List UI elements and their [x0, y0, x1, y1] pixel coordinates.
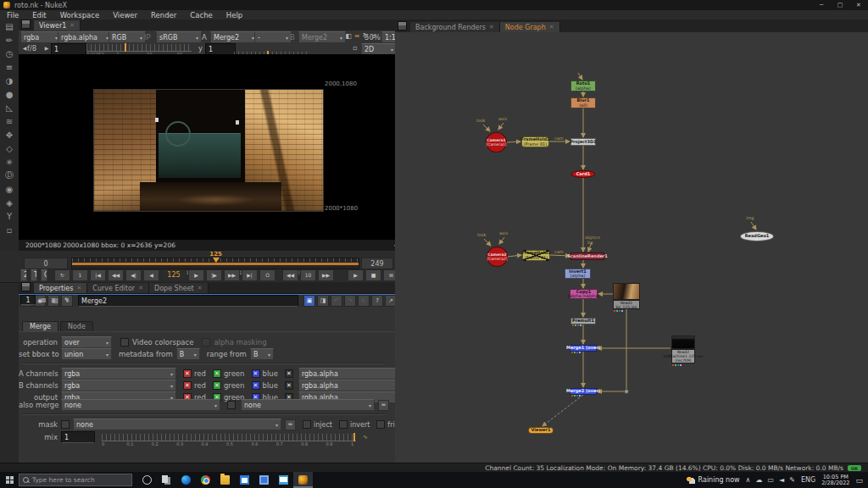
node-viewer1[interactable]: Viewer1: [528, 427, 554, 434]
alpha-checkbox[interactable]: ✕: [285, 381, 293, 390]
loop-button[interactable]: ↻: [54, 269, 70, 281]
taskbar-app-explorer[interactable]: [215, 472, 235, 488]
red-checkbox[interactable]: ✕: [183, 381, 192, 390]
taskbar-weather[interactable]: Raining now: [687, 476, 740, 484]
minimize-button[interactable]: ─: [812, 0, 831, 10]
playhead[interactable]: [213, 258, 220, 263]
operation-dropdown[interactable]: over: [61, 336, 112, 348]
close-tab-icon[interactable]: ✕: [70, 22, 75, 29]
gain-next-icon[interactable]: ▶: [42, 45, 51, 51]
transport-back-button[interactable]: ◀|: [125, 269, 142, 281]
draw-icon[interactable]: ✏: [0, 33, 19, 47]
taskbar-search-input[interactable]: Type here to search: [19, 474, 132, 486]
metadata-from-dropdown[interactable]: B: [176, 348, 200, 360]
notification-center-icon[interactable]: ▭: [855, 476, 863, 485]
close-tab-icon[interactable]: ✕: [549, 24, 554, 30]
channels-dropdown[interactable]: rgba: [61, 368, 176, 380]
close-button[interactable]: ✕: [849, 0, 868, 10]
pane-menu-icon[interactable]: [21, 19, 31, 29]
mask-dropdown[interactable]: none: [73, 419, 281, 430]
node-camera1[interactable]: Camera1[Camera1]: [486, 132, 507, 152]
video-colorspace-checkbox[interactable]: [120, 338, 129, 347]
keyer-icon[interactable]: ◺: [0, 101, 19, 114]
transport-fwd-button[interactable]: ▶: [188, 269, 204, 281]
node-scanlinerender1[interactable]: ScanlineRender1: [570, 252, 604, 260]
tray-icon[interactable]: ▭: [767, 476, 774, 484]
start-button[interactable]: [0, 472, 19, 488]
timeline-option-button[interactable]: ■: [365, 269, 381, 281]
close-tab-icon[interactable]: ✕: [76, 285, 81, 291]
menu-cache[interactable]: Cache: [183, 11, 219, 19]
transport-back-button[interactable]: |◀: [90, 269, 106, 281]
menu-workspace[interactable]: Workspace: [53, 11, 106, 19]
transport-fwd-button[interactable]: O: [259, 269, 275, 281]
fringe-checkbox[interactable]: [376, 420, 385, 429]
channel-icon[interactable]: ≡: [0, 60, 19, 74]
also-merge-dropdown[interactable]: none: [61, 399, 220, 411]
node-blur1[interactable]: Blur1(all): [570, 97, 596, 108]
equals-button[interactable]: =: [378, 400, 389, 411]
range-from-dropdown[interactable]: B: [250, 348, 274, 360]
time-icon[interactable]: ◷: [0, 47, 19, 60]
metadata-icon[interactable]: ◈: [0, 196, 19, 209]
stack-option-icon[interactable]: ▤: [51, 297, 59, 304]
color-icon[interactable]: ◑: [0, 74, 19, 87]
tab-viewer1[interactable]: Viewer1✕: [34, 20, 81, 30]
close-tab-icon[interactable]: ✕: [489, 24, 494, 30]
close-tab-icon[interactable]: ✕: [198, 285, 203, 291]
gain-slider[interactable]: 0.0195311064: [86, 44, 192, 52]
node-premult1[interactable]: Premult1: [570, 318, 596, 324]
transport-fwd-button[interactable]: ▶▶: [224, 269, 240, 281]
tray-icon[interactable]: ∧: [746, 476, 751, 484]
channels-dropdown[interactable]: rgba: [61, 380, 176, 391]
other-icon[interactable]: ▫: [0, 223, 19, 236]
range-start-field[interactable]: 0: [24, 258, 68, 269]
taskbar-app-chrome[interactable]: [196, 472, 215, 488]
also-merge-channel-dropdown[interactable]: none: [241, 399, 375, 411]
range-end-field[interactable]: 249: [361, 258, 393, 269]
b-input-dropdown[interactable]: Merge2: [298, 31, 346, 43]
views-icon[interactable]: ◉: [0, 182, 19, 196]
pane-menu-icon[interactable]: [21, 282, 31, 291]
lut-dropdown[interactable]: sRGB: [156, 31, 202, 43]
frame-increment-field[interactable]: 1: [72, 269, 88, 281]
deep-icon[interactable]: Ⓓ: [0, 169, 19, 182]
menu-viewer[interactable]: Viewer: [106, 11, 144, 19]
node-framehold3[interactable]: FrameHold3(Frame 81): [522, 250, 550, 261]
menu-render[interactable]: Render: [144, 11, 183, 19]
selection-mode-icon[interactable]: ▫: [351, 44, 359, 52]
frame-ruler[interactable]: 125 050100150200249: [71, 258, 359, 269]
center-node-button[interactable]: ▣: [303, 295, 315, 307]
skip-fwd-button[interactable]: ▶▶: [318, 269, 334, 281]
particles-icon[interactable]: ✳: [0, 155, 19, 169]
node-camera2[interactable]: Camera2[Camera2]: [487, 247, 508, 267]
node-framehold2[interactable]: FrameHold2(Frame 81): [521, 136, 549, 147]
transform-icon[interactable]: ✥: [0, 128, 19, 141]
set-bbox-dropdown[interactable]: union: [61, 348, 112, 360]
node-name-field[interactable]: Merge2: [78, 295, 298, 307]
node-tab-merge[interactable]: Merge: [22, 321, 58, 331]
alpha-channel-dropdown[interactable]: rgba.alpha: [298, 368, 405, 380]
language-indicator[interactable]: ENG: [801, 476, 815, 484]
revert-button[interactable]: ↶: [331, 295, 342, 307]
3d-icon[interactable]: ◇: [0, 141, 19, 155]
transport-back-button[interactable]: ◀: [143, 269, 159, 281]
skip-amount-field[interactable]: 10: [300, 269, 316, 281]
menu-edit[interactable]: Edit: [25, 11, 53, 19]
node-merge2[interactable]: Merge2 (over): [570, 388, 597, 395]
display-channels-dropdown[interactable]: RGB: [108, 31, 146, 43]
node-graph-canvas[interactable]: lookaxiscamlookaxisobj/scnbgcamimgRoto1(…: [395, 32, 868, 463]
blue-checkbox[interactable]: ✕: [252, 369, 260, 378]
taskbar-clock[interactable]: 10:05 PM 2/28/2022: [821, 474, 849, 486]
transport-fwd-button[interactable]: |▶: [206, 269, 222, 281]
pane-menu-icon[interactable]: [398, 21, 407, 30]
timecode-dropdown[interactable]: TF: [31, 269, 37, 281]
zoom-level[interactable]: 50%: [364, 33, 381, 42]
taskbar-app-photos[interactable]: [254, 472, 274, 488]
stack-option-icon[interactable]: ⊠: [39, 297, 47, 304]
green-checkbox[interactable]: ✕: [213, 369, 221, 378]
range-mode-dropdown[interactable]: Global: [41, 269, 47, 281]
node-invert1[interactable]: Invert1(alpha): [565, 269, 591, 279]
timeline-option-button[interactable]: ▶: [348, 269, 364, 281]
alpha-checkbox[interactable]: ✕: [285, 369, 293, 378]
